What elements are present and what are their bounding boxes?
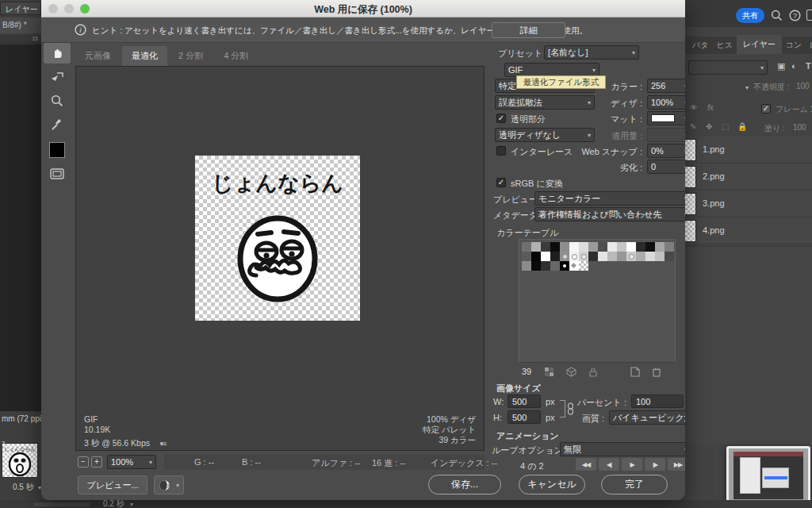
- preview-canvas[interactable]: じょんならん GIF 10.19K 3 秒 @ 56.6 Kbps: [75, 66, 485, 451]
- color-swatch[interactable]: [588, 252, 598, 261]
- lock-brush-icon[interactable]: ✎: [690, 122, 696, 131]
- save-button[interactable]: 保存...: [428, 475, 501, 495]
- first-frame-button[interactable]: ◀◀: [576, 458, 596, 471]
- play-button[interactable]: ▶: [622, 458, 642, 471]
- color-swatch[interactable]: [626, 242, 636, 252]
- lock-icon[interactable]: 🔒: [737, 122, 747, 131]
- zoom-level-dropdown[interactable]: 100% ▾: [107, 455, 156, 469]
- color-swatch[interactable]: [607, 242, 617, 252]
- layer-select-dropdown[interactable]: レイヤー: [0, 2, 41, 15]
- color-swatch[interactable]: [588, 242, 598, 252]
- color-swatch[interactable]: [636, 242, 645, 252]
- new-color-icon[interactable]: [630, 367, 640, 377]
- color-swatch[interactable]: [522, 252, 531, 261]
- color-table-swatches[interactable]: [522, 242, 674, 271]
- color-swatch[interactable]: [550, 261, 560, 271]
- toggle-slices-visibility[interactable]: [44, 164, 71, 184]
- color-swatch[interactable]: [645, 242, 655, 252]
- panel-tab-3[interactable]: レイヤー: [737, 35, 782, 54]
- color-swatch[interactable]: [655, 242, 665, 252]
- matte-dropdown[interactable]: ▾: [647, 111, 685, 125]
- color-swatch[interactable]: [531, 252, 541, 261]
- zoom-out-button[interactable]: −: [78, 456, 89, 468]
- previous-frame-button[interactable]: ◀|: [599, 458, 619, 471]
- color-swatch[interactable]: [560, 242, 569, 252]
- color-swatch[interactable]: [655, 252, 665, 261]
- preview-in-browser-button[interactable]: プレビュー...: [78, 475, 147, 495]
- color-swatch[interactable]: [522, 242, 531, 252]
- transparency-checkbox[interactable]: ✓: [496, 114, 506, 123]
- browser-select-button[interactable]: ? ▾: [154, 475, 184, 495]
- artwork[interactable]: じょんならん: [195, 156, 360, 321]
- help-icon[interactable]: ?: [789, 10, 801, 21]
- color-swatch[interactable]: [522, 261, 531, 271]
- lock-frame-icon[interactable]: ⬚: [722, 122, 729, 131]
- screenshot-preview-thumbnail[interactable]: [726, 446, 810, 505]
- color-swatch[interactable]: [645, 252, 655, 261]
- filter-adjust-icon[interactable]: ◐: [791, 61, 797, 71]
- color-swatch[interactable]: [531, 242, 541, 252]
- frame-checkbox[interactable]: ✓: [761, 104, 771, 114]
- done-button[interactable]: 完了: [601, 475, 668, 495]
- srgb-checkbox[interactable]: ✓: [496, 178, 506, 187]
- color-swatch[interactable]: [550, 242, 560, 252]
- color-swatch[interactable]: [636, 252, 645, 261]
- layer-row[interactable]: 4.png: [685, 217, 812, 244]
- color-swatch[interactable]: [569, 261, 579, 271]
- dialog-titlebar[interactable]: Web 用に保存 (100%): [41, 0, 685, 17]
- lock-color-icon[interactable]: [588, 367, 598, 377]
- frame-thumbnail[interactable]: じょんならん: [2, 443, 38, 478]
- tab-original[interactable]: 元画像: [75, 46, 121, 66]
- workspace-icon[interactable]: [806, 10, 812, 21]
- filter-type-icon[interactable]: T: [806, 61, 811, 71]
- zoom-in-button[interactable]: +: [91, 456, 102, 468]
- layer-filter-dropdown[interactable]: ▾: [688, 60, 768, 75]
- loop-dropdown[interactable]: 無限 ▾: [560, 442, 685, 456]
- tab-optimized[interactable]: 最適化: [122, 46, 167, 66]
- color-swatch[interactable]: [560, 252, 569, 261]
- color-swatch[interactable]: [617, 242, 626, 252]
- color-swatch[interactable]: [541, 261, 550, 271]
- snap-websafe-icon[interactable]: [544, 367, 554, 377]
- color-swatch[interactable]: [598, 252, 607, 261]
- color-swatch[interactable]: [607, 252, 617, 261]
- hand-tool[interactable]: [44, 43, 71, 64]
- detail-button[interactable]: 詳細: [492, 22, 565, 38]
- color-swatch[interactable]: [626, 252, 636, 261]
- color-swatch[interactable]: [531, 261, 541, 271]
- colors-dropdown[interactable]: 256 ▾: [647, 79, 685, 93]
- color-swatch[interactable]: [541, 242, 550, 252]
- lock-move-icon[interactable]: ✥: [706, 122, 712, 131]
- cancel-button[interactable]: キャンセル: [519, 475, 585, 495]
- eyedropper-tool[interactable]: [44, 114, 71, 135]
- layer-row[interactable]: 3.png: [685, 190, 812, 217]
- preview-setting-dropdown[interactable]: モニターカラー ▾: [534, 191, 685, 206]
- panel-tab-2[interactable]: ヒス: [712, 37, 736, 54]
- dither-dropdown[interactable]: 100% ▾: [647, 95, 685, 110]
- panel-tab-5[interactable]: レイ: [806, 37, 812, 54]
- quality-dropdown[interactable]: バイキュービック法 ▾: [609, 410, 685, 425]
- document-tab[interactable]: B/8#) *: [0, 17, 41, 33]
- color-swatch[interactable]: [550, 252, 560, 261]
- color-swatch[interactable]: [617, 252, 626, 261]
- link-dimensions-icon[interactable]: [567, 402, 574, 415]
- tab-2up[interactable]: 2 分割: [169, 46, 213, 66]
- zoom-tool[interactable]: [44, 90, 71, 111]
- panel-tab-4[interactable]: コン: [782, 37, 806, 54]
- height-field[interactable]: 500: [508, 410, 541, 424]
- color-swatch[interactable]: [665, 242, 674, 252]
- preset-dropdown[interactable]: [名前なし] ▾: [544, 45, 639, 60]
- color-swatch[interactable]: [579, 242, 588, 252]
- color-swatch[interactable]: [560, 261, 569, 271]
- layer-row[interactable]: 1.png: [685, 137, 812, 164]
- color-swatch[interactable]: [569, 242, 579, 252]
- interlace-checkbox[interactable]: [496, 146, 506, 156]
- color-swatch[interactable]: [579, 252, 588, 261]
- search-icon[interactable]: [771, 10, 783, 21]
- color-swatch[interactable]: [541, 252, 550, 261]
- metadata-dropdown[interactable]: 著作権情報および問い合わせ先 ▾: [534, 207, 685, 221]
- tab-4up[interactable]: 4 分割: [214, 46, 258, 66]
- timeline-frame-3[interactable]: 3 じょんならん: [2, 441, 38, 479]
- status-menu-icon[interactable]: ▾≡: [160, 440, 167, 448]
- lossy-dropdown[interactable]: 0 ▾: [647, 160, 685, 174]
